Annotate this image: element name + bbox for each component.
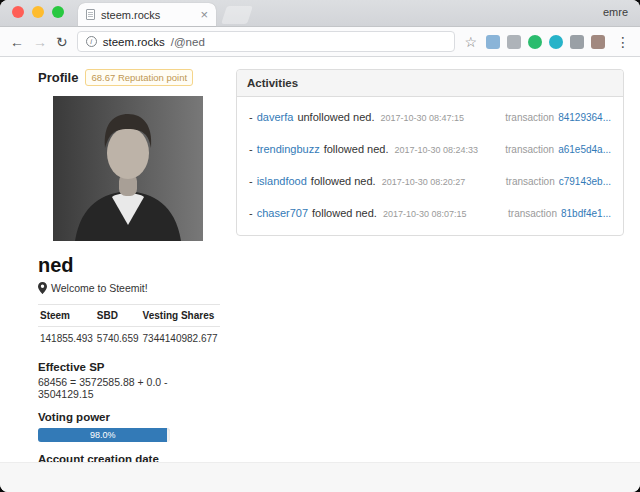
transaction-link[interactable]: 84129364...	[558, 112, 611, 123]
profile-photo	[53, 96, 203, 241]
wifi-extension-icon[interactable]	[570, 35, 584, 49]
page-content: Profile 68.67 Reputation point ned	[0, 57, 640, 462]
activity-action: followed ned.	[324, 143, 389, 155]
tab-bar: steem.rocks × emre	[0, 0, 640, 27]
activity-timestamp: 2017-10-30 08:20:27	[382, 177, 466, 187]
extension-icons	[486, 35, 605, 49]
balances-table: Steem SBD Vesting Shares 141855.493 5740…	[38, 304, 220, 350]
new-tab-button[interactable]	[221, 6, 253, 24]
bullet: -	[249, 111, 253, 123]
voting-power-bar: 98.0%	[38, 428, 170, 442]
grammarly-extension-icon[interactable]	[528, 35, 542, 49]
reload-icon[interactable]: ↻	[56, 35, 68, 49]
url-path: /@ned	[171, 36, 205, 48]
profile-panel: Profile 68.67 Reputation point ned	[38, 69, 218, 462]
activities-card: Activities - daverfa unfollowed ned. 201…	[236, 69, 624, 236]
browser-profile-name[interactable]: emre	[603, 6, 628, 18]
transaction-group: transaction 81bdf4e1...	[508, 208, 611, 219]
voting-power-label: Voting power	[38, 411, 218, 423]
location-text: Welcome to Steemit!	[51, 282, 148, 294]
activity-action: unfollowed ned.	[297, 111, 374, 123]
activities-panel: Activities - daverfa unfollowed ned. 201…	[236, 69, 624, 462]
activity-user-link[interactable]: trendingbuzz	[257, 143, 320, 155]
close-tab-icon[interactable]: ×	[200, 8, 208, 21]
notes-extension-icon[interactable]	[507, 35, 521, 49]
list-item: - chaser707 followed ned. 2017-10-30 08:…	[247, 197, 613, 229]
traffic-lights	[0, 6, 78, 26]
transaction-link[interactable]: 81bdf4e1...	[561, 208, 611, 219]
activity-timestamp: 2017-10-30 08:47:15	[380, 113, 464, 123]
balances-header-steem: Steem	[38, 305, 95, 327]
reader-extension-icon[interactable]	[591, 35, 605, 49]
activity-timestamp: 2017-10-30 08:07:15	[383, 209, 467, 219]
account-creation-label: Account creation date	[38, 453, 218, 462]
browser-window: steem.rocks × emre ← → ↻ i steem.rocks/@…	[0, 0, 640, 492]
color-picker-extension-icon[interactable]	[549, 35, 563, 49]
bookmark-star-icon[interactable]: ☆	[464, 34, 477, 50]
activity-action: followed ned.	[311, 175, 376, 187]
balances-header-sbd: SBD	[95, 305, 141, 327]
url-host: steem.rocks	[103, 36, 165, 48]
list-item: - daverfa unfollowed ned. 2017-10-30 08:…	[247, 101, 613, 133]
transaction-group: transaction c79143eb...	[506, 176, 611, 187]
screenshot-extension-icon[interactable]	[486, 35, 500, 49]
transaction-label: transaction	[505, 112, 554, 123]
transaction-group: transaction a61e5d4a...	[505, 144, 611, 155]
effective-sp-label: Effective SP	[38, 361, 218, 373]
page-footer	[0, 462, 640, 492]
transaction-link[interactable]: c79143eb...	[559, 176, 611, 187]
page-favicon	[86, 9, 95, 20]
transaction-link[interactable]: a61e5d4a...	[558, 144, 611, 155]
activity-user-link[interactable]: islandfood	[257, 175, 307, 187]
tab-title: steem.rocks	[101, 9, 194, 21]
balances-header-vesting: Vesting Shares	[141, 305, 220, 327]
bullet: -	[249, 143, 253, 155]
forward-icon[interactable]: →	[33, 35, 47, 49]
profile-title: Profile	[38, 70, 78, 85]
transaction-label: transaction	[508, 208, 557, 219]
transaction-group: transaction 84129364...	[505, 112, 611, 123]
activity-user-link[interactable]: daverfa	[257, 111, 294, 123]
address-bar[interactable]: i steem.rocks/@ned	[77, 31, 456, 52]
reputation-badge: 68.67 Reputation point	[85, 69, 193, 86]
account-username: ned	[38, 254, 218, 277]
effective-sp-value: 68456 = 3572585.88 + 0.0 - 3504129.15	[38, 376, 218, 400]
steem-balance: 141855.493	[38, 327, 95, 351]
bullet: -	[249, 175, 253, 187]
table-row: 141855.493 5740.659 7344140982.677	[38, 327, 220, 351]
activities-list: - daverfa unfollowed ned. 2017-10-30 08:…	[237, 97, 623, 235]
minimize-window-button[interactable]	[32, 6, 44, 18]
sbd-balance: 5740.659	[95, 327, 141, 351]
activity-action: followed ned.	[312, 207, 377, 219]
back-icon[interactable]: ←	[10, 35, 24, 49]
zoom-window-button[interactable]	[52, 6, 64, 18]
profile-header: Profile 68.67 Reputation point	[38, 69, 218, 86]
location-row: Welcome to Steemit!	[38, 282, 218, 294]
transaction-label: transaction	[506, 176, 555, 187]
activity-user-link[interactable]: chaser707	[257, 207, 308, 219]
voting-power-fill: 98.0%	[38, 428, 167, 442]
activity-timestamp: 2017-10-30 08:24:33	[395, 145, 479, 155]
vesting-shares-balance: 7344140982.677	[141, 327, 220, 351]
browser-tab[interactable]: steem.rocks ×	[78, 3, 216, 26]
close-window-button[interactable]	[12, 6, 24, 18]
site-info-icon[interactable]: i	[86, 36, 97, 47]
list-item: - trendingbuzz followed ned. 2017-10-30 …	[247, 133, 613, 165]
browser-toolbar: ← → ↻ i steem.rocks/@ned ☆ ⋮	[0, 27, 640, 57]
browser-menu-icon[interactable]: ⋮	[614, 34, 630, 50]
location-pin-icon	[38, 282, 47, 294]
activities-title: Activities	[237, 70, 623, 97]
transaction-label: transaction	[505, 144, 554, 155]
list-item: - islandfood followed ned. 2017-10-30 08…	[247, 165, 613, 197]
bullet: -	[249, 207, 253, 219]
